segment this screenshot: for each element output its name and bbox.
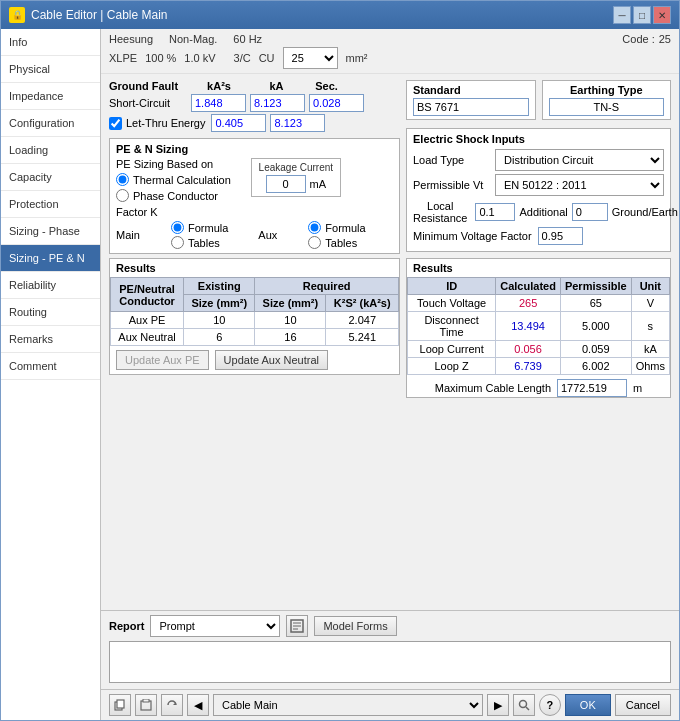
let-thru-ka2s[interactable] [211, 114, 266, 132]
sidebar-item-impedance[interactable]: Impedance [1, 83, 100, 110]
formula-label: Formula [188, 222, 228, 234]
cable-info-section: Heesung Non-Mag. 60 Hz Code : 25 XLPE 10… [101, 29, 679, 74]
phase-radio-label[interactable]: Phase Conductor [116, 189, 231, 202]
phase-radio[interactable] [116, 189, 129, 202]
ok-button[interactable]: OK [565, 694, 611, 716]
aux-pe-k2s2: 2.047 [326, 312, 399, 329]
report-textarea[interactable] [109, 641, 671, 683]
standard-value[interactable] [413, 98, 529, 116]
thermal-label: Thermal Calculation [133, 174, 231, 186]
sidebar-item-sizing-phase[interactable]: Sizing - Phase [1, 218, 100, 245]
main-formula-radio[interactable] [171, 221, 184, 234]
aux-formula-label[interactable]: Formula [308, 221, 365, 234]
sidebar-item-configuration[interactable]: Configuration [1, 110, 100, 137]
sidebar-item-physical[interactable]: Physical [1, 56, 100, 83]
short-circuit-sec[interactable] [309, 94, 364, 112]
pe-title: PE & N Sizing [116, 143, 393, 155]
update-aux-pe-button[interactable]: Update Aux PE [116, 350, 209, 370]
aux-formula-radio[interactable] [308, 221, 321, 234]
let-thru-checkbox[interactable] [109, 117, 122, 130]
loop-current-label: Loop Current [408, 341, 496, 358]
max-cable-unit: m [633, 382, 642, 394]
load-type-dropdown[interactable]: Distribution Circuit [495, 149, 664, 171]
short-circuit-ka[interactable] [250, 94, 305, 112]
aux-tables-label[interactable]: Tables [308, 236, 365, 249]
table-row: Touch Voltage 265 65 V [408, 295, 670, 312]
search-button[interactable] [513, 694, 535, 716]
minimize-button[interactable]: ─ [613, 6, 631, 24]
sidebar-item-remarks[interactable]: Remarks [1, 326, 100, 353]
copy-button[interactable] [109, 694, 131, 716]
sidebar-item-routing[interactable]: Routing [1, 299, 100, 326]
aux-tables-radio[interactable] [308, 236, 321, 249]
report-icon-button[interactable] [286, 615, 308, 637]
permissible-dropdown[interactable]: EN 50122 : 2011 [495, 174, 664, 196]
formula-label2: Formula [325, 222, 365, 234]
paste-button[interactable] [135, 694, 157, 716]
additional-input[interactable] [572, 203, 608, 221]
back-button[interactable]: ◀ [187, 694, 209, 716]
thermal-radio-label[interactable]: Thermal Calculation [116, 173, 231, 186]
prompt-dropdown[interactable]: Prompt [150, 615, 280, 637]
sidebar-item-sizing-pe-n[interactable]: Sizing - PE & N [1, 245, 100, 272]
refresh-button[interactable] [161, 694, 183, 716]
short-circuit-ka2s[interactable] [191, 94, 246, 112]
aux-neutral-label: Aux Neutral [111, 329, 184, 346]
aux-pe-req-size: 10 [255, 312, 326, 329]
earthing-title: Earthing Type [549, 84, 665, 96]
earthing-value[interactable] [549, 98, 665, 116]
maximize-button[interactable]: □ [633, 6, 651, 24]
freq-label: 60 Hz [233, 33, 262, 45]
sidebar-item-capacity[interactable]: Capacity [1, 164, 100, 191]
results-title: Results [110, 259, 399, 277]
sidebar-item-reliability[interactable]: Reliability [1, 272, 100, 299]
leakage-title: Leakage Current [258, 162, 334, 173]
disconnect-time-unit: s [631, 312, 669, 341]
max-cable-label: Maximum Cable Length [435, 382, 551, 394]
forward-button[interactable]: ▶ [487, 694, 509, 716]
close-button[interactable]: ✕ [653, 6, 671, 24]
manufacturer-label: Heesung [109, 33, 153, 45]
permissible-row: Permissible Vt EN 50122 : 2011 [413, 174, 664, 196]
main-content: Info Physical Impedance Configuration Lo… [1, 29, 679, 720]
update-aux-neutral-button[interactable]: Update Aux Neutral [215, 350, 328, 370]
leakage-value[interactable] [266, 175, 306, 193]
sidebar-item-protection[interactable]: Protection [1, 191, 100, 218]
main-tables-label[interactable]: Tables [171, 236, 228, 249]
content-area: Ground Fault kA²s kA Sec. Short-Circuit [101, 74, 679, 610]
let-thru-label: Let-Thru Energy [126, 117, 205, 129]
size-dropdown[interactable]: 25 [283, 47, 338, 69]
unit-label: mm² [346, 52, 368, 64]
title-bar: 🔒 Cable Editor | Cable Main ─ □ ✕ [1, 1, 679, 29]
let-thru-ka[interactable] [270, 114, 325, 132]
local-label: Local [427, 200, 453, 212]
sidebar-item-info[interactable]: Info [1, 29, 100, 56]
cable-name-dropdown[interactable]: Cable Main [213, 694, 483, 716]
search-icon [518, 699, 530, 711]
right-panel: Heesung Non-Mag. 60 Hz Code : 25 XLPE 10… [101, 29, 679, 720]
loop-z-unit: Ohms [631, 358, 669, 375]
tables-label: Tables [188, 237, 220, 249]
sidebar-item-loading[interactable]: Loading [1, 137, 100, 164]
thermal-radio[interactable] [116, 173, 129, 186]
max-cable-row: Maximum Cable Length m [407, 379, 670, 397]
cancel-button[interactable]: Cancel [615, 694, 671, 716]
loop-current-calc: 0.056 [496, 341, 561, 358]
sidebar-item-comment[interactable]: Comment [1, 353, 100, 380]
min-voltage-input[interactable] [538, 227, 583, 245]
local-resistance-input[interactable] [475, 203, 515, 221]
pe-sizing-section: PE & N Sizing PE Sizing Based on Thermal… [109, 138, 400, 254]
aux-neutral-existing: 6 [184, 329, 255, 346]
results2-table: ID Calculated Permissible Unit Touch Vol… [407, 277, 670, 375]
max-cable-input[interactable] [557, 379, 627, 397]
r2-col-calc: Calculated [496, 278, 561, 295]
help-button[interactable]: ? [539, 694, 561, 716]
aux-pe-existing: 10 [184, 312, 255, 329]
model-forms-button[interactable]: Model Forms [314, 616, 396, 636]
gf-col1: kA²s [189, 80, 249, 92]
earthing-box: Earthing Type [542, 80, 672, 120]
factor-k-label: Factor K [116, 206, 158, 218]
loop-z-calc: 6.739 [496, 358, 561, 375]
main-formula-label[interactable]: Formula [171, 221, 228, 234]
main-tables-radio[interactable] [171, 236, 184, 249]
